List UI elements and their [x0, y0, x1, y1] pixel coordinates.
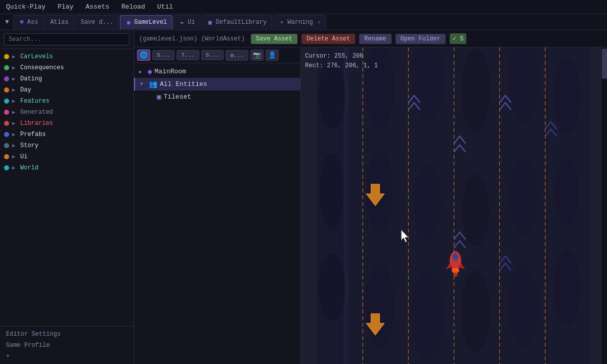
tree-item-all-entities[interactable]: ▼ 👥 All Entities: [134, 78, 300, 90]
menu-item-assets[interactable]: Assets: [83, 2, 111, 12]
tab-ass-label: Ass: [27, 19, 38, 26]
menu-item-quickplay[interactable]: Quick-Play: [4, 2, 48, 12]
tab-warning-label: Warning: [287, 19, 313, 26]
sidebar-item-day[interactable]: ▶ Day: [0, 84, 134, 96]
sidebar-item-game-profile[interactable]: Game Profile: [0, 340, 134, 351]
arrow-mainroom: ▶: [139, 69, 145, 75]
tree-tool-gear[interactable]: ⚙...: [226, 50, 248, 61]
sidebar-add-button[interactable]: +: [0, 351, 134, 362]
delete-asset-button[interactable]: Delete Asset: [301, 34, 355, 44]
tab-ui[interactable]: ✏ Ui: [174, 15, 200, 29]
sidebar-label-day: Day: [20, 86, 129, 94]
tree-item-tileset[interactable]: ▣ Tileset: [134, 90, 300, 103]
cursor-y: 206: [353, 53, 364, 60]
sidebar-item-prefabs[interactable]: ▶ Prefabs: [0, 129, 134, 140]
asset-header: (gamelevel.json) (WorldAsset) Save Asset…: [134, 30, 607, 48]
dot-consequences: [4, 65, 9, 70]
viewport[interactable]: Cursor: 255, 206 Rect: 276, 206, 1, 1: [301, 48, 607, 364]
tree-tool-person[interactable]: 👤: [266, 50, 279, 61]
menu-item-util[interactable]: Util: [155, 2, 175, 12]
dot-world: [4, 165, 9, 170]
scrollbar-right[interactable]: [601, 48, 607, 364]
tab-bar: ▼ ■ Ass Atlas Save d... ◉ GameLevel ✏ Ui…: [0, 14, 607, 30]
save-asset-button[interactable]: Save Asset: [251, 34, 297, 44]
menu-item-play[interactable]: Play: [56, 2, 75, 12]
tab-defaultlibrary-icon: ▣: [207, 19, 213, 25]
tree-tool-table[interactable]: T...: [177, 50, 199, 60]
svg-point-19: [555, 158, 579, 225]
svg-point-20: [553, 249, 580, 326]
arrow-consequences: ▶: [12, 65, 17, 71]
svg-point-11: [411, 273, 444, 359]
search-input[interactable]: [4, 33, 129, 46]
tree-panel: 🌐 S... T... S... ⚙... 📷 👤 ▶ ◉ MainRoom: [134, 48, 301, 364]
arrow-all-entities: ▼: [140, 81, 146, 87]
arrow-world: ▶: [12, 165, 17, 171]
check-button[interactable]: ✓ S: [450, 33, 467, 44]
sidebar-item-world[interactable]: ▶ World: [0, 162, 134, 173]
main-layout: ▶ CarLevels ▶ Consequences ▶ Dating ▶ Da…: [0, 30, 607, 364]
sidebar-label-world: World: [20, 164, 129, 171]
scrollbar-thumb[interactable]: [602, 49, 607, 79]
dot-prefabs: [4, 132, 9, 137]
rename-button[interactable]: Rename: [359, 34, 391, 44]
open-folder-button[interactable]: Open Folder: [396, 34, 446, 44]
cursor-label: Cursor:: [305, 53, 330, 60]
tab-defaultlibrary[interactable]: ▣ DefaultLibrary: [201, 15, 272, 29]
sidebar-item-generated[interactable]: ▶ Generated: [0, 107, 134, 118]
menu-bar: Quick-Play Play Assets Reload Util: [0, 0, 607, 14]
tree-tool-settings[interactable]: S...: [152, 50, 175, 60]
cursor-x: 255: [334, 53, 345, 60]
tree-tool-camera[interactable]: 📷: [250, 50, 264, 61]
tab-atlas[interactable]: Atlas: [45, 15, 74, 29]
tab-warning-icon: ⚬: [279, 19, 285, 25]
sidebar-label-dating: Dating: [20, 75, 129, 82]
tab-saved[interactable]: Save d...: [75, 15, 119, 29]
add-icon: +: [6, 353, 10, 360]
sidebar-label-features: Features: [20, 98, 129, 105]
sidebar-item-consequences[interactable]: ▶ Consequences: [0, 62, 134, 73]
sidebar-item-dating[interactable]: ▶ Dating: [0, 73, 134, 84]
rect-label: Rect:: [305, 62, 323, 69]
tab-dropdown[interactable]: ▼: [2, 16, 12, 28]
svg-point-10: [413, 163, 442, 240]
tab-gamelevel-label: GameLevel: [134, 19, 167, 26]
arrow-carlevels: ▶: [12, 54, 17, 60]
sidebar-item-features[interactable]: ▶ Features: [0, 96, 134, 107]
dot-ui: [4, 154, 9, 159]
dot-libraries: [4, 121, 9, 126]
tab-gamelevel[interactable]: ◉ GameLevel: [120, 15, 172, 29]
tree-item-mainroom[interactable]: ▶ ◉ MainRoom: [134, 65, 300, 78]
tab-warning-close[interactable]: ✕: [318, 19, 321, 25]
tree-label-tileset: Tileset: [163, 93, 191, 101]
tab-warning[interactable]: ⚬ Warning ✕: [273, 15, 326, 29]
tab-ass[interactable]: ■ Ass: [13, 15, 44, 29]
sidebar: ▶ CarLevels ▶ Consequences ▶ Dating ▶ Da…: [0, 30, 134, 364]
arrow-prefabs: ▶: [12, 131, 17, 138]
tab-atlas-label: Atlas: [50, 19, 68, 26]
sidebar-label-carlevels: CarLevels: [20, 53, 129, 60]
svg-point-4: [320, 153, 343, 230]
dot-features: [4, 99, 9, 104]
sidebar-item-editor-settings[interactable]: Editor Settings: [0, 329, 134, 340]
tree-content: ▶ ◉ MainRoom ▼ 👥 All Entities ▣ Tileset: [134, 63, 300, 105]
all-entities-icon: 👥: [149, 80, 157, 88]
dot-story: [4, 143, 9, 148]
svg-point-35: [453, 269, 458, 277]
tree-tool-s2[interactable]: S...: [201, 50, 224, 60]
tab-gamelevel-icon: ◉: [125, 19, 132, 25]
menu-item-reload[interactable]: Reload: [119, 2, 147, 12]
game-profile-label: Game Profile: [6, 342, 50, 349]
sidebar-item-libraries[interactable]: ▶ Libraries: [0, 118, 134, 129]
svg-point-31: [453, 253, 458, 260]
tree-tool-globe[interactable]: 🌐: [137, 50, 150, 61]
game-viewport-svg: [301, 48, 607, 364]
tab-ass-icon: ■: [19, 19, 25, 25]
arrow-features: ▶: [12, 98, 17, 104]
sidebar-item-carlevels[interactable]: ▶ CarLevels: [0, 51, 134, 62]
sidebar-item-ui[interactable]: ▶ Ui: [0, 151, 134, 162]
search-bar: [0, 30, 134, 49]
editor-settings-label: Editor Settings: [6, 331, 61, 338]
sidebar-item-story[interactable]: ▶ Story: [0, 140, 134, 151]
tab-saved-label: Save d...: [80, 19, 113, 26]
